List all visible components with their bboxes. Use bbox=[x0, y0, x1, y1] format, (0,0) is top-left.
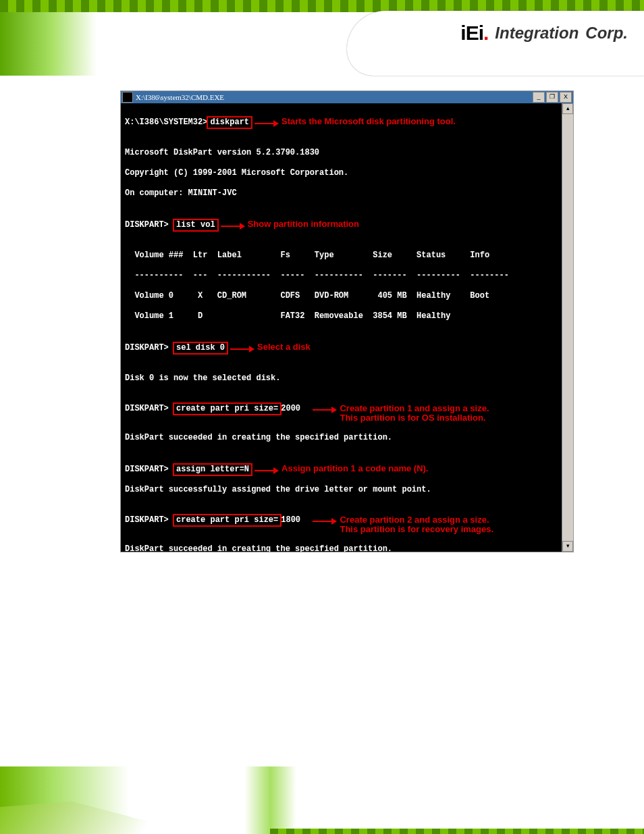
bottom-stripe bbox=[270, 829, 644, 834]
out-disk0-selected: Disk 0 is now the selected disk. bbox=[125, 373, 558, 384]
out-create-ok-1: DiskPart succeeded in creating the speci… bbox=[125, 433, 558, 443]
page-top-decor: iEi. Integration Corp. bbox=[0, 0, 644, 76]
cmd-diskpart: diskpart bbox=[208, 118, 251, 128]
cmd-sel-disk: sel disk 0 bbox=[174, 343, 227, 353]
cmd-window: X:\I386\system32\CMD.EXE _ ❐ X ▴ ▾ X:\I3… bbox=[120, 90, 574, 552]
titlebar[interactable]: X:\I386\system32\CMD.EXE _ ❐ X bbox=[121, 91, 573, 103]
ann-listvol: Show partition information bbox=[248, 219, 359, 229]
scroll-up-button[interactable]: ▴ bbox=[562, 103, 573, 114]
top-curve bbox=[347, 11, 644, 76]
arrow-icon bbox=[313, 518, 337, 525]
page-bottom-decor bbox=[0, 766, 644, 834]
maximize-button[interactable]: ❐ bbox=[546, 92, 558, 103]
out-dp-header2: Copyright (C) 1999-2001 Microsoft Corpor… bbox=[125, 168, 558, 178]
ann-create2: Create partition 2 and assign a size. Th… bbox=[340, 515, 493, 534]
titlebar-path: X:\I386\system32\CMD.EXE bbox=[136, 93, 224, 101]
scrollbar[interactable]: ▴ ▾ bbox=[562, 103, 573, 552]
cmd-body: ▴ ▾ X:\I386\SYSTEM32>diskpartStarts the … bbox=[121, 103, 573, 552]
out-dp-header3: On computer: MININT-JVC bbox=[125, 188, 558, 199]
brand-text: Integration bbox=[495, 25, 579, 41]
arrow-icon bbox=[254, 467, 279, 474]
arrow-icon bbox=[254, 120, 279, 127]
cmd-assign-n: assign letter=N bbox=[174, 465, 251, 475]
arrow-icon bbox=[230, 346, 254, 353]
vol-row-0: Volume 0 X CD_ROM CDFS DVD-ROM 405 MB He… bbox=[125, 291, 558, 301]
bottom-curve bbox=[0, 766, 290, 834]
cmd-create-part-1: create part pri size= bbox=[174, 404, 280, 414]
ann-seldisk: Select a disk bbox=[257, 342, 311, 352]
out-create-ok-2: DiskPart succeeded in creating the speci… bbox=[125, 544, 558, 552]
vol-row-1: Volume 1 D FAT32 Removeable 3854 MB Heal… bbox=[125, 311, 558, 321]
ann-diskpart: Starts the Microsoft disk partitioning t… bbox=[281, 116, 456, 126]
console-output: X:\I386\SYSTEM32>diskpartStarts the Micr… bbox=[121, 103, 562, 552]
ann-assign-n: Assign partition 1 a code name (N). bbox=[281, 463, 428, 473]
scroll-down-button[interactable]: ▾ bbox=[562, 541, 573, 552]
cmd-list-vol: list vol bbox=[174, 220, 217, 230]
out-assign-ok-1: DiskPart successfully assigned the drive… bbox=[125, 485, 558, 495]
cmd-icon bbox=[122, 92, 133, 103]
cmd-create-part-2: create part pri size= bbox=[174, 515, 280, 525]
out-dp-header1: Microsoft DiskPart version 5.2.3790.1830 bbox=[125, 148, 558, 158]
brand-logo: iEi. bbox=[460, 23, 488, 43]
minimize-button[interactable]: _ bbox=[533, 92, 545, 103]
ann-create1: Create partition 1 and assign a size. Th… bbox=[340, 404, 489, 423]
brand-subtext: Corp. bbox=[585, 25, 628, 41]
close-button[interactable]: X bbox=[560, 92, 572, 103]
vol-table-rule: ---------- --- ----------- ----- -------… bbox=[125, 271, 558, 281]
arrow-icon bbox=[221, 223, 245, 230]
vol-table-header: Volume ### Ltr Label Fs Type Size Status… bbox=[125, 251, 558, 261]
brand-block: iEi. Integration Corp. bbox=[460, 23, 628, 43]
arrow-icon bbox=[313, 407, 337, 413]
